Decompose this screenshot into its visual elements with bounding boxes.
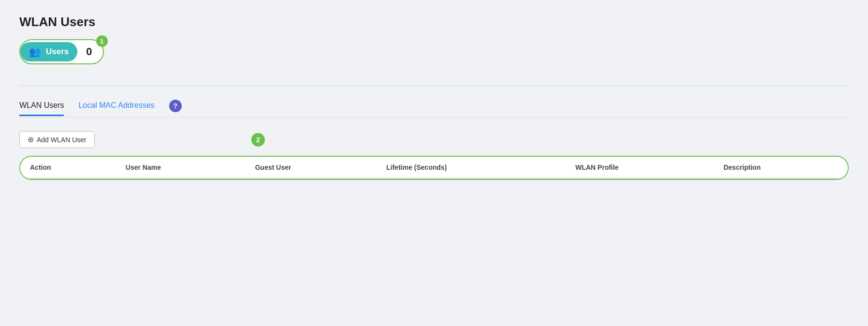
section-divider <box>19 86 849 86</box>
add-user-label: Add WLAN User <box>37 136 87 144</box>
col-action: Action <box>20 157 116 178</box>
toolbar: ⊕ Add WLAN User 2 <box>19 131 849 148</box>
users-notification-badge: 1 <box>96 35 108 47</box>
col-wlan-profile: WLAN Profile <box>565 157 713 178</box>
col-guest-user: Guest User <box>246 157 377 178</box>
users-label: Users <box>46 47 69 57</box>
tab-bar: WLAN Users Local MAC Addresses ? <box>19 100 849 118</box>
users-count: 0 <box>77 45 101 58</box>
col-description: Description <box>714 157 848 178</box>
users-icon: 👥 <box>29 46 41 58</box>
col-lifetime: Lifetime (Seconds) <box>376 157 565 178</box>
add-wlan-user-button[interactable]: ⊕ Add WLAN User <box>19 131 95 148</box>
plus-circle-icon: ⊕ <box>28 135 34 144</box>
col-user-name: User Name <box>116 157 246 178</box>
users-badge: 👥 Users <box>20 42 77 61</box>
page-title: WLAN Users <box>19 15 849 30</box>
help-icon[interactable]: ? <box>169 100 182 112</box>
toolbar-notification-badge: 2 <box>251 133 265 147</box>
users-table: Action User Name Guest User Lifetime (Se… <box>20 157 848 179</box>
table-header-row: Action User Name Guest User Lifetime (Se… <box>20 157 848 178</box>
users-widget[interactable]: 👥 Users 0 1 <box>19 39 104 64</box>
users-table-container: Action User Name Guest User Lifetime (Se… <box>19 156 849 180</box>
tab-wlan-users[interactable]: WLAN Users <box>19 101 64 116</box>
tab-local-mac[interactable]: Local MAC Addresses <box>78 101 154 116</box>
